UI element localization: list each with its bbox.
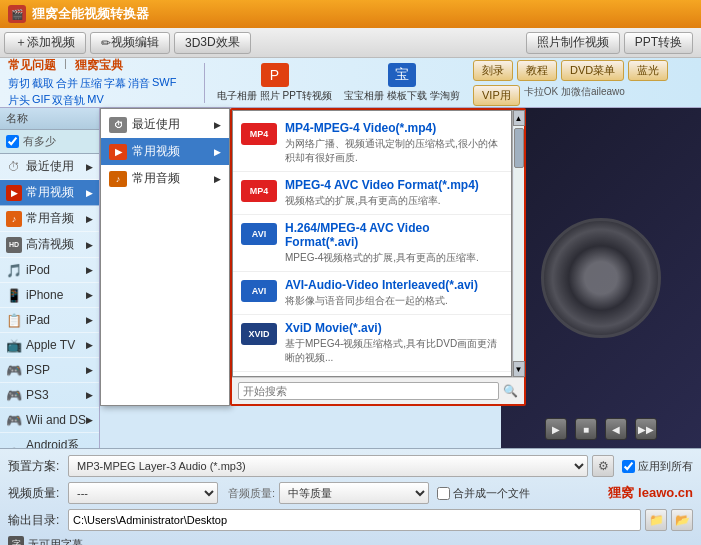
subtitle-icon: 字: [8, 536, 24, 545]
browse-folder-btn[interactable]: 📁: [645, 509, 667, 531]
wii-icon: 🎮: [6, 412, 22, 428]
sidebar-item-common-audio[interactable]: ♪ 常用音频 ▶: [0, 206, 99, 232]
video-edit-button[interactable]: ✏ 视频编辑: [90, 32, 170, 54]
photo-album-icon: P: [261, 63, 289, 87]
faq-mute[interactable]: 消音: [128, 76, 150, 91]
faq-subtitle[interactable]: 字幕: [104, 76, 126, 91]
faq-merge[interactable]: 合并: [56, 76, 78, 91]
left-panel: 名称 有多少 ⏱ 最近使用 ▶ ▶ 常用视频 ▶ ♪ 常用音频 ▶ HD 高清视…: [0, 108, 100, 448]
baby-album-icon: 宝: [388, 63, 416, 87]
preset-select[interactable]: MP3-MPEG Layer-3 Audio (*.mp3): [68, 455, 588, 477]
faq-gif[interactable]: GIF: [32, 93, 50, 108]
appletv-icon: 📺: [6, 337, 22, 353]
merge-files-checkbox[interactable]: [437, 487, 450, 500]
first-level-menu: ⏱ 最近使用 ▶ ▶ 常用视频 ▶ ♪ 常用音频 ▶: [100, 108, 230, 406]
format-h264-avi[interactable]: AVI H.264/MPEG-4 AVC Video Format(*.avi)…: [233, 215, 511, 272]
xvid-badge: XVID: [241, 323, 277, 345]
format-mp4-mpeg4[interactable]: MP4 MP4-MPEG-4 Video(*.mp4) 为网络广播、视频通讯定制…: [233, 115, 511, 172]
faq-compress[interactable]: 压缩: [80, 76, 102, 91]
faq-clip[interactable]: 截取: [32, 76, 54, 91]
psp-icon: 🎮: [6, 362, 22, 378]
xvid-desc: 基于MPEG4-视频压缩格式,具有比DVD画面更清晰的视频...: [285, 337, 503, 365]
sidebar-item-psp[interactable]: 🎮 PSP ▶: [0, 358, 99, 383]
mpeg4-name: MPEG-4 AVC Video Format(*.mp4): [285, 178, 503, 192]
sidebar-item-common-video[interactable]: ▶ 常用视频 ▶: [0, 180, 99, 206]
quality-row: 视频质量: --- 音频质量: 中等质量 合并成一个文件 狸窝 leawo.cn: [8, 482, 693, 504]
scrollbar-thumb[interactable]: [514, 128, 524, 168]
vip-btn[interactable]: VIP用: [473, 85, 520, 106]
hd-icon: HD: [6, 237, 22, 253]
avi-badge: AVI: [241, 280, 277, 302]
sidebar-item-appletv[interactable]: 📺 Apple TV ▶: [0, 333, 99, 358]
mpeg4-badge: MP4: [241, 180, 277, 202]
preset-settings-btn[interactable]: ⚙: [592, 455, 614, 477]
video-quality-select[interactable]: ---: [68, 482, 218, 504]
dropdown-common-video[interactable]: ▶ 常用视频 ▶: [101, 138, 229, 165]
sidebar-item-wiids[interactable]: 🎮 Wii and DS ▶: [0, 408, 99, 433]
app-icon: 🎬: [8, 5, 26, 23]
ipod-icon: 🎵: [6, 262, 22, 278]
brand-text: 狸窝 leawo.cn: [608, 484, 693, 502]
open-folder-btn[interactable]: 📂: [671, 509, 693, 531]
h264-name: H.264/MPEG-4 AVC Video Format(*.avi): [285, 221, 503, 249]
format-submenu-container: MP4 MP4-MPEG-4 Video(*.mp4) 为网络广播、视频通讯定制…: [230, 108, 526, 406]
recent-icon: ⏱: [6, 159, 22, 175]
3d-effect-button[interactable]: 3D 3D效果: [174, 32, 251, 54]
dropdown-video-icon: ▶: [109, 144, 127, 160]
next-button[interactable]: ▶▶: [635, 418, 657, 440]
add-video-icon: ＋: [15, 34, 27, 51]
dropdown-recent[interactable]: ⏱ 最近使用 ▶: [101, 111, 229, 138]
search-icon[interactable]: 🔍: [503, 384, 518, 398]
stop-button[interactable]: ■: [575, 418, 597, 440]
top-toolbar: ＋ 添加视频 ✏ 视频编辑 3D 3D效果 照片制作视频 PPT转换: [0, 28, 701, 58]
audio-quality-label: 音频质量:: [228, 486, 275, 501]
output-row: 输出目录: 📁 📂: [8, 509, 693, 531]
scrollbar-up-btn[interactable]: ▲: [513, 110, 525, 126]
faq-swf[interactable]: SWF: [152, 76, 176, 91]
output-path-input[interactable]: [68, 509, 641, 531]
audio-quality-select[interactable]: 中等质量: [279, 482, 429, 504]
photo-album-menu[interactable]: P 电子相册 照片 PPT转视频: [217, 63, 332, 103]
faq-cut[interactable]: 剪切: [8, 76, 30, 91]
sidebar-item-ps3[interactable]: 🎮 PS3 ▶: [0, 383, 99, 408]
dvd-menu-btn[interactable]: DVD菜单: [561, 60, 624, 81]
prev-button[interactable]: ◀: [605, 418, 627, 440]
format-search-input[interactable]: [238, 382, 499, 400]
subtitle-label: 无可用字幕: [28, 537, 83, 546]
mpeg4-desc: 视频格式的扩展,具有更高的压缩率.: [285, 194, 503, 208]
apply-all-label: 应用到所有: [638, 459, 693, 474]
scrollbar-down-btn[interactable]: ▼: [513, 361, 525, 377]
faq-mv[interactable]: MV: [87, 93, 104, 108]
add-video-button[interactable]: ＋ 添加视频: [4, 32, 86, 54]
burn-btn[interactable]: 刻录: [473, 60, 513, 81]
format-avi-audio[interactable]: AVI AVI-Audio-Video Interleaved(*.avi) 将…: [233, 272, 511, 315]
play-button[interactable]: ▶: [545, 418, 567, 440]
checkbox-label: 有多少: [23, 134, 56, 149]
apply-all-checkbox[interactable]: [622, 460, 635, 473]
format-xvid[interactable]: XVID XviD Movie(*.avi) 基于MPEG4-视频压缩格式,具有…: [233, 315, 511, 372]
format-mpeg4-avc[interactable]: MP4 MPEG-4 AVC Video Format(*.mp4) 视频格式的…: [233, 172, 511, 215]
sidebar-item-android[interactable]: 🤖 Android系统 ▶: [0, 433, 99, 448]
sidebar-item-iphone[interactable]: 📱 iPhone ▶: [0, 283, 99, 308]
h264-badge: AVI: [241, 223, 277, 245]
faq-header[interactable]: 片头: [8, 93, 30, 108]
subtitle-row: 字 无可用字幕: [8, 536, 693, 545]
brand-title: 狸窝宝典: [75, 58, 123, 74]
faq-dual-audio[interactable]: 双音轨: [52, 93, 85, 108]
video-quality-label: 视频质量:: [8, 485, 68, 502]
ppt-convert-button[interactable]: PPT转换: [624, 32, 693, 54]
iphone-icon: 📱: [6, 287, 22, 303]
bluray-btn[interactable]: 蓝光: [628, 60, 668, 81]
avi-name: AVI-Audio-Video Interleaved(*.avi): [285, 278, 503, 292]
sidebar-item-ipad[interactable]: 📋 iPad ▶: [0, 308, 99, 333]
select-checkbox[interactable]: [6, 135, 19, 148]
tutorial-btn[interactable]: 教程: [517, 60, 557, 81]
sidebar-item-hd[interactable]: HD 高清视频 ▶: [0, 232, 99, 258]
format-list: MP4 MP4-MPEG-4 Video(*.mp4) 为网络广播、视频通讯定制…: [232, 110, 512, 377]
sidebar-item-ipod[interactable]: 🎵 iPod ▶: [0, 258, 99, 283]
photo-slideshow-button[interactable]: 照片制作视频: [526, 32, 620, 54]
dropdown-common-audio[interactable]: ♪ 常用音频 ▶: [101, 165, 229, 192]
sidebar-item-recent[interactable]: ⏱ 最近使用 ▶: [0, 154, 99, 180]
baby-album-menu[interactable]: 宝 宝宝相册 模板下载 学淘剪: [344, 63, 460, 103]
faq-title: 常见问题: [8, 58, 56, 74]
